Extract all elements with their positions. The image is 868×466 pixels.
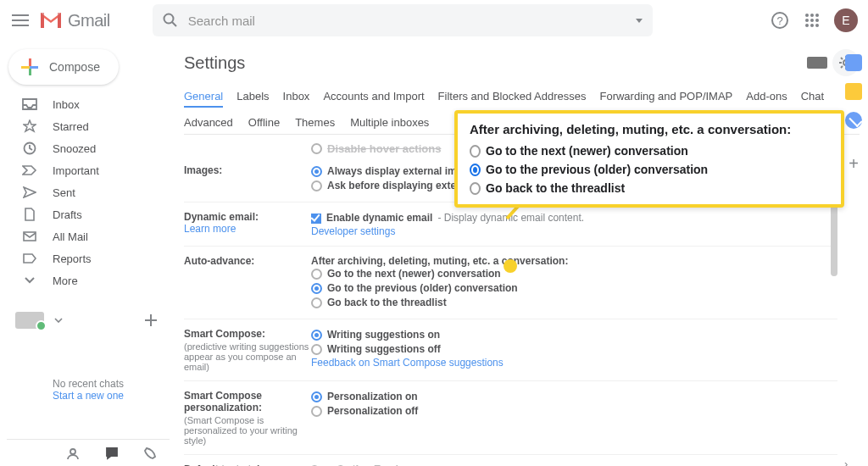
svg-point-5 <box>815 14 819 17</box>
section-label: Dynamic email:Learn more <box>184 211 311 237</box>
radio-always-display[interactable] <box>311 166 322 177</box>
tab-labels[interactable]: Labels <box>236 90 269 108</box>
tab-multiple-inboxes[interactable]: Multiple inboxes <box>350 116 429 129</box>
svg-point-11 <box>815 24 819 27</box>
get-addons-icon[interactable]: + <box>849 154 859 174</box>
hangouts-header[interactable] <box>7 305 170 336</box>
search-bar[interactable] <box>153 4 653 36</box>
search-options-dropdown-icon[interactable] <box>636 19 643 23</box>
label-icon <box>22 251 37 266</box>
tab-chat[interactable]: Chat <box>801 90 824 108</box>
radio-suggestions-on[interactable] <box>311 330 322 341</box>
tab-forwarding[interactable]: Forwarding and POP/IMAP <box>599 90 732 108</box>
hangouts-chat-icon[interactable] <box>105 447 119 460</box>
important-icon <box>22 163 37 178</box>
compose-plus-icon <box>20 58 39 76</box>
mail-icon <box>22 229 37 244</box>
svg-rect-13 <box>24 232 36 241</box>
compose-button[interactable]: Compose <box>8 49 119 85</box>
svg-text:?: ? <box>776 14 782 27</box>
gmail-logo[interactable]: Gmail <box>39 11 110 31</box>
callout-heading: After archiving, deleting, muting, etc. … <box>470 122 831 136</box>
callout-target-dot <box>504 259 517 273</box>
logo-text: Gmail <box>68 11 110 31</box>
developer-settings-link[interactable]: Developer settings <box>311 225 395 237</box>
account-avatar[interactable]: E <box>834 8 858 32</box>
svg-point-4 <box>810 14 814 17</box>
tasks-addon-icon[interactable] <box>845 112 862 129</box>
inbox-icon <box>22 97 37 112</box>
radio-suggestions-off[interactable] <box>311 344 322 355</box>
section-dynamic-email: Dynamic email:Learn more Enable dynamic … <box>184 202 837 247</box>
sidebar-item-inbox[interactable]: Inbox <box>7 93 170 115</box>
section-personalization: Smart Compose personalization:(Smart Com… <box>184 381 837 455</box>
start-chat-link[interactable]: Start a new one <box>53 390 124 402</box>
radio-previous-older[interactable] <box>311 283 322 294</box>
help-icon[interactable]: ? <box>770 10 790 31</box>
checkbox-enable-dynamic[interactable] <box>311 214 321 224</box>
google-apps-icon[interactable] <box>802 10 822 31</box>
svg-point-10 <box>810 24 814 27</box>
sidebar-item-snoozed[interactable]: Snoozed <box>7 137 170 159</box>
hangouts-contacts-icon[interactable] <box>66 447 80 460</box>
horizontal-scrollbar[interactable]: › <box>178 458 860 466</box>
hangouts-avatar <box>15 312 44 329</box>
sidebar-item-drafts[interactable]: Drafts <box>7 203 170 225</box>
search-icon <box>163 13 178 28</box>
tab-accounts[interactable]: Accounts and Import <box>323 90 424 108</box>
sidebar-item-important[interactable]: Important <box>7 159 170 181</box>
clock-icon <box>22 141 37 156</box>
hangouts-phone-icon[interactable] <box>144 447 156 459</box>
tab-filters[interactable]: Filters and Blocked Addresses <box>438 90 587 108</box>
svg-point-7 <box>810 19 814 22</box>
search-input[interactable] <box>188 14 626 28</box>
input-tools-icon[interactable] <box>807 57 827 69</box>
page-title: Settings <box>184 53 245 73</box>
section-smart-compose: Smart Compose:(predictive writing sugges… <box>184 319 837 381</box>
learn-more-link[interactable]: Learn more <box>184 223 236 235</box>
send-icon <box>22 185 37 200</box>
sidebar: Compose Inbox Starred Snoozed Important … <box>0 41 170 466</box>
callout-radio-threadlist[interactable] <box>470 182 481 195</box>
callout-radio-older[interactable] <box>470 164 481 176</box>
section-label: Images: <box>184 164 311 193</box>
keep-addon-icon[interactable] <box>845 83 862 100</box>
file-icon <box>22 207 37 222</box>
section-label: Smart Compose personalization:(Smart Com… <box>184 390 311 446</box>
compose-label: Compose <box>49 60 100 74</box>
hangouts-tabs <box>7 439 170 466</box>
tab-advanced[interactable]: Advanced <box>184 116 233 129</box>
hangouts-empty: No recent chats Start a new one <box>7 378 170 402</box>
tab-themes[interactable]: Themes <box>295 116 335 129</box>
settings-tabs-row1: General Labels Inbox Accounts and Import… <box>184 90 860 108</box>
sidebar-item-reports[interactable]: Reports <box>7 247 170 269</box>
chevron-down-icon <box>22 273 37 288</box>
radio-ask-before[interactable] <box>311 180 322 191</box>
highlight-callout: After archiving, deleting, muting, etc. … <box>454 110 844 208</box>
sidebar-item-allmail[interactable]: All Mail <box>7 225 170 247</box>
sidebar-item-starred[interactable]: Starred <box>7 115 170 137</box>
sidebar-item-sent[interactable]: Sent <box>7 181 170 203</box>
svg-point-3 <box>805 14 809 17</box>
callout-radio-newer[interactable] <box>470 145 481 158</box>
new-chat-icon[interactable] <box>141 310 161 330</box>
header: Gmail ? E <box>0 0 868 41</box>
feedback-link[interactable]: Feedback on Smart Compose suggestions <box>311 357 504 369</box>
radio-next-newer[interactable] <box>311 269 322 280</box>
svg-point-9 <box>805 24 809 27</box>
sidebar-item-more[interactable]: More <box>7 269 170 291</box>
hamburger-menu-icon[interactable] <box>10 10 31 31</box>
gmail-m-icon <box>39 11 63 30</box>
chevron-down-icon <box>54 318 63 323</box>
radio-threadlist[interactable] <box>311 297 322 308</box>
radio[interactable] <box>311 143 322 154</box>
radio-personalization-off[interactable] <box>311 406 322 417</box>
svg-point-6 <box>805 19 809 22</box>
radio-personalization-on[interactable] <box>311 391 322 402</box>
calendar-addon-icon[interactable] <box>845 54 862 71</box>
tab-addons[interactable]: Add-ons <box>746 90 787 108</box>
tab-offline[interactable]: Offline <box>248 116 280 129</box>
settings-panel: Settings General Labels Inbox Accounts a… <box>170 41 868 466</box>
tab-general[interactable]: General <box>184 90 223 108</box>
tab-inbox[interactable]: Inbox <box>283 90 310 108</box>
